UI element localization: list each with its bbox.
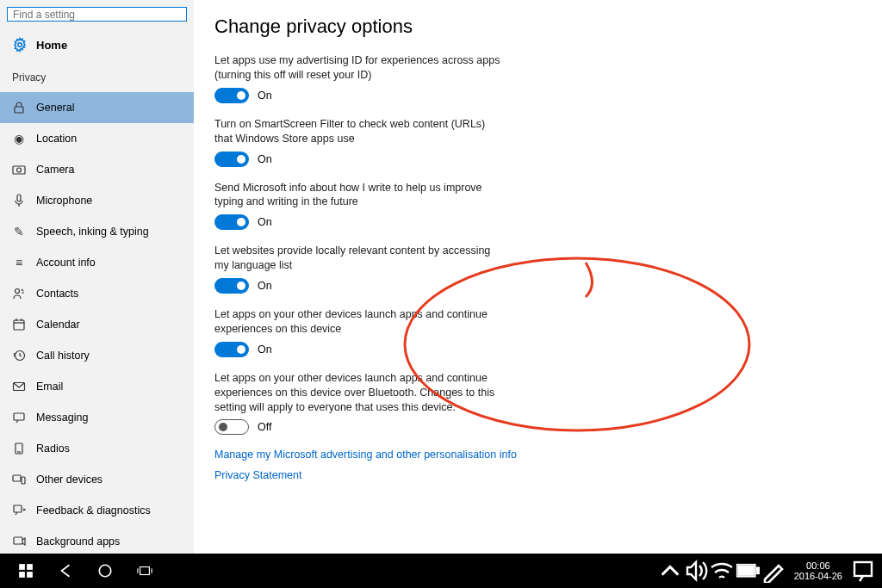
nav-callhistory[interactable]: Call history [0, 340, 194, 371]
account-icon: ≡ [12, 256, 26, 269]
toggle-state: On [258, 216, 272, 228]
start-button[interactable] [7, 554, 45, 588]
option-cross-device: Let apps on your other devices launch ap… [214, 307, 503, 357]
nav-label: Other devices [36, 473, 102, 486]
nav-messaging[interactable]: Messaging [0, 402, 194, 433]
option-cross-device-bluetooth: Let apps on your other devices launch ap… [214, 371, 503, 436]
location-icon: ◉ [12, 132, 26, 145]
nav-label: Call history [36, 350, 90, 362]
calendar-icon [12, 318, 26, 331]
devices-icon [12, 473, 26, 486]
nav-label: General [36, 102, 74, 114]
pen-icon[interactable] [761, 559, 786, 583]
nav-camera[interactable]: Camera [0, 154, 194, 185]
nav-calendar[interactable]: Calendar [0, 309, 194, 340]
svg-point-5 [17, 168, 22, 172]
option-desc: Let apps on your other devices launch ap… [214, 371, 503, 415]
search-box[interactable] [7, 7, 187, 22]
option-smartscreen: Turn on SmartScreen Filter to check web … [214, 117, 503, 167]
nav-label: Speech, inking & typing [36, 226, 149, 238]
section-label: Privacy [0, 63, 194, 92]
svg-rect-3 [15, 107, 23, 113]
nav-label: Messaging [36, 412, 88, 424]
nav-label: Radios [36, 443, 70, 455]
toggle-state: On [258, 344, 272, 356]
nav-general[interactable]: General [0, 92, 194, 123]
nav-otherdevices[interactable]: Other devices [0, 464, 194, 495]
svg-rect-33 [854, 562, 872, 576]
radios-icon [12, 442, 26, 455]
nav-email[interactable]: Email [0, 371, 194, 402]
svg-rect-22 [19, 564, 25, 570]
nav-microphone[interactable]: Microphone [0, 185, 194, 216]
nav-label: Email [36, 381, 63, 393]
svg-rect-32 [756, 568, 759, 574]
nav-location[interactable]: ◉ Location [0, 123, 194, 154]
link-manage-ads[interactable]: Manage my Microsoft advertising and othe… [214, 449, 861, 461]
gear-icon [12, 37, 28, 53]
link-privacy-statement[interactable]: Privacy Statement [214, 469, 861, 481]
toggle-advertising-id[interactable] [214, 88, 249, 103]
toggle-cross-device-bluetooth[interactable] [214, 419, 249, 435]
svg-rect-18 [22, 477, 25, 484]
svg-point-26 [99, 565, 111, 577]
nav-account[interactable]: ≡ Account info [0, 247, 194, 278]
back-button[interactable] [47, 554, 84, 588]
microphone-icon [12, 194, 26, 207]
taskbar: 00:06 2016-04-26 [0, 554, 882, 588]
svg-point-7 [16, 289, 20, 294]
history-icon [12, 349, 26, 362]
toggle-typing-info[interactable] [214, 214, 249, 230]
toggle-state: On [258, 90, 272, 102]
toggle-state: On [258, 280, 272, 292]
cortana-button[interactable] [86, 554, 124, 588]
svg-rect-6 [17, 195, 21, 201]
option-desc: Send Microsoft info about how I write to… [214, 181, 503, 210]
nav-contacts[interactable]: Contacts [0, 278, 194, 309]
background-icon [12, 535, 26, 548]
notifications-icon[interactable] [851, 559, 875, 583]
messaging-icon [12, 411, 26, 424]
option-desc: Let websites provide locally relevant co… [214, 244, 503, 273]
contacts-icon [12, 287, 26, 300]
svg-rect-25 [27, 572, 33, 578]
home-label: Home [36, 39, 67, 52]
lock-icon [12, 101, 26, 115]
nav-background[interactable]: Background apps [0, 526, 194, 557]
home-button[interactable]: Home [0, 32, 194, 63]
svg-rect-4 [13, 166, 25, 174]
clock[interactable]: 00:06 2016-04-26 [787, 560, 849, 581]
nav-label: Location [36, 133, 77, 145]
nav-feedback[interactable]: Feedback & diagnostics [0, 495, 194, 526]
svg-rect-20 [14, 537, 22, 544]
feedback-icon [12, 504, 26, 517]
nav-label: Calendar [36, 319, 80, 331]
battery-icon[interactable] [736, 563, 760, 579]
option-desc: Let apps use my advertising ID for exper… [214, 53, 503, 83]
toggle-smartscreen[interactable] [214, 152, 249, 167]
svg-rect-19 [14, 505, 22, 512]
svg-rect-23 [27, 564, 33, 570]
tray-chevron-icon[interactable] [658, 559, 682, 583]
volume-icon[interactable] [684, 559, 708, 583]
svg-rect-24 [19, 572, 25, 578]
toggle-cross-device[interactable] [214, 342, 249, 357]
sidebar: Home Privacy General ◉ Location Camera M… [0, 0, 194, 554]
toggle-language-list[interactable] [214, 278, 249, 294]
nav-speech[interactable]: ✎ Speech, inking & typing [0, 216, 194, 247]
svg-rect-31 [738, 566, 754, 576]
search-input[interactable] [13, 9, 181, 21]
svg-point-2 [18, 43, 22, 47]
svg-rect-14 [14, 413, 24, 420]
taskview-button[interactable] [126, 554, 164, 588]
speech-icon: ✎ [12, 225, 26, 238]
option-desc: Let apps on your other devices launch ap… [214, 307, 503, 337]
nav-label: Contacts [36, 288, 78, 300]
nav-label: Feedback & diagnostics [36, 504, 151, 517]
nav-label: Account info [36, 257, 96, 269]
main-content: Change privacy options Let apps use my a… [194, 0, 882, 554]
option-language-list: Let websites provide locally relevant co… [214, 244, 503, 294]
wifi-icon[interactable] [710, 559, 734, 583]
nav-radios[interactable]: Radios [0, 433, 194, 464]
svg-rect-8 [14, 320, 24, 330]
